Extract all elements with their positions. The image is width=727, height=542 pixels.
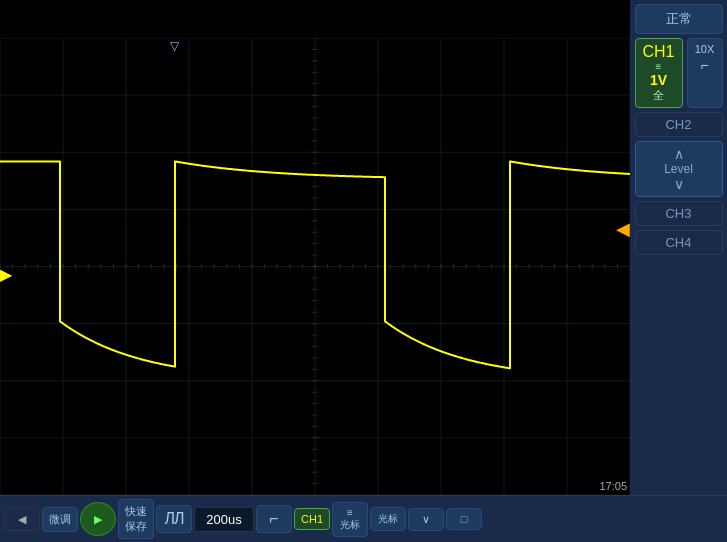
cursor-button[interactable]: 光标 xyxy=(370,507,406,531)
wave1-button[interactable]: ЛЛ xyxy=(156,505,192,533)
wave2-button[interactable]: ⌐ xyxy=(256,505,292,533)
play-button[interactable]: ▶ xyxy=(80,502,116,536)
quicksave-button[interactable]: 快速 保存 xyxy=(118,499,154,539)
level-down-icon: ∨ xyxy=(638,176,720,192)
ch2-button[interactable]: CH2 xyxy=(635,112,723,137)
waveform-display xyxy=(0,0,630,495)
ch1-coupling: 全 xyxy=(638,88,680,103)
ch1-active-button[interactable]: CH1 xyxy=(294,508,330,530)
cursors-button[interactable]: ≡ 光标 xyxy=(332,502,368,537)
level-arrow-indicator: ◀ xyxy=(616,220,630,238)
normal-button[interactable]: 正常 xyxy=(635,4,723,34)
clock-display: 17:05 xyxy=(599,480,627,492)
trigger-symbol: ⌐ xyxy=(690,57,720,73)
level-button[interactable]: ∧ Level ∨ xyxy=(635,141,723,197)
right-panel: 正常 CH1 ≡ 1V 全 10X ⌐ CH2 ∧ Level ∨ CH3 CH… xyxy=(630,0,727,495)
ch4-button[interactable]: CH4 xyxy=(635,230,723,255)
ch1-equals: ≡ xyxy=(638,61,680,72)
ch1-button[interactable]: CH1 ≡ 1V 全 xyxy=(635,38,683,108)
time-per-div[interactable]: 200us xyxy=(194,507,254,532)
ch1-volts: 1V xyxy=(638,72,680,88)
finetune-button[interactable]: 微调 xyxy=(42,507,78,532)
tenx-label: 10X xyxy=(690,43,720,55)
bottom-toolbar: ◀ 微调 ▶ 快速 保存 ЛЛ 200us ⌐ CH1 ≡ 光标 光标 ∨ □ xyxy=(0,495,727,542)
level-label: Level xyxy=(638,162,720,176)
waveform-canvas xyxy=(0,38,630,495)
tenx-button[interactable]: 10X ⌐ xyxy=(687,38,723,108)
ch3-button[interactable]: CH3 xyxy=(635,201,723,226)
ch1-row: CH1 ≡ 1V 全 10X ⌐ xyxy=(635,38,723,108)
back-button[interactable]: ◀ xyxy=(4,508,40,531)
trigger-arrow: ▶ xyxy=(0,265,12,284)
level-up-icon: ∧ xyxy=(638,146,720,162)
more-button[interactable]: ∨ xyxy=(408,508,444,531)
ch1-label: CH1 xyxy=(638,43,680,61)
corner-button[interactable]: □ xyxy=(446,508,482,530)
